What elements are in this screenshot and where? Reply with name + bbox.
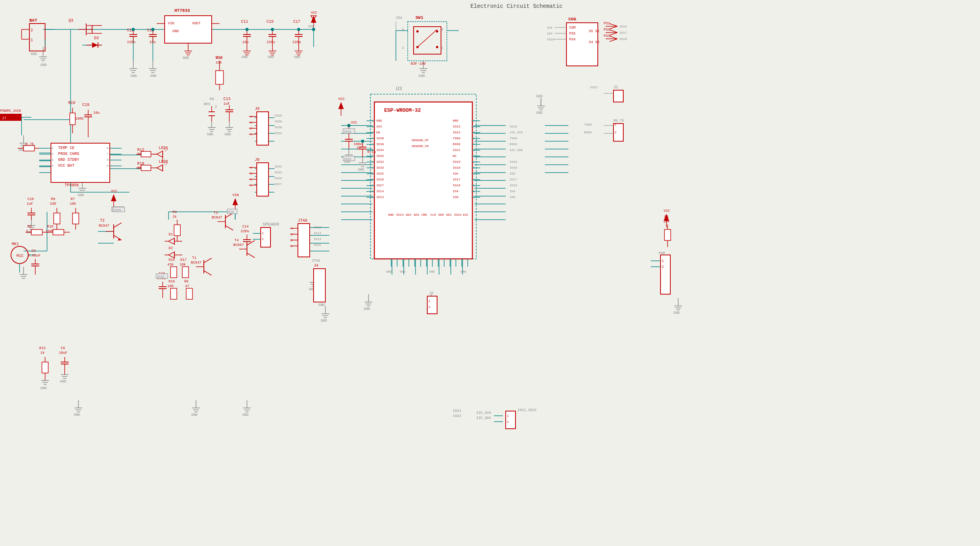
svg-text:4: 4 bbox=[402, 28, 404, 32]
svg-text:R8: R8 bbox=[27, 225, 32, 229]
svg-text:220u: 220u bbox=[292, 40, 301, 44]
svg-text:GND: GND bbox=[242, 413, 249, 417]
svg-text:I2C_SCK: I2C_SCK bbox=[476, 411, 491, 415]
svg-rect-595 bbox=[31, 229, 42, 235]
svg-text:C10: C10 bbox=[27, 197, 34, 201]
svg-text:2: 2 bbox=[250, 178, 252, 181]
svg-text:C13: C13 bbox=[223, 97, 230, 101]
svg-text:100u: 100u bbox=[354, 142, 362, 146]
svg-text:3: 3 bbox=[441, 28, 443, 32]
svg-text:R16: R16 bbox=[169, 280, 175, 284]
svg-text:GND: GND bbox=[388, 213, 394, 217]
svg-text:4: 4 bbox=[250, 115, 252, 118]
svg-text:IO0: IO0 bbox=[453, 195, 459, 199]
svg-text:IO22: IO22 bbox=[590, 86, 597, 89]
svg-text:2: 2 bbox=[262, 237, 264, 241]
svg-text:TXD0: TXD0 bbox=[453, 136, 460, 140]
svg-text:IO27: IO27 bbox=[376, 184, 384, 187]
svg-text:JTAG: JTAG bbox=[298, 218, 307, 223]
svg-rect-660 bbox=[182, 267, 189, 278]
svg-text:43k: 43k bbox=[167, 263, 174, 267]
svg-text:IO15: IO15 bbox=[314, 243, 321, 247]
svg-text:IO26: IO26 bbox=[376, 178, 384, 181]
svg-text:IO2: IO2 bbox=[463, 213, 468, 217]
svg-text:7: 7 bbox=[107, 152, 109, 156]
svg-text:1k: 1k bbox=[172, 215, 177, 219]
svg-text:T4: T4 bbox=[234, 238, 239, 242]
svg-text:R7: R7 bbox=[71, 197, 75, 201]
svg-text:PROG CHRG: PROG CHRG bbox=[58, 152, 79, 156]
svg-text:IO17: IO17 bbox=[619, 31, 627, 35]
svg-text:RX_TX: RX_TX bbox=[613, 119, 624, 123]
svg-text:GND: GND bbox=[241, 55, 248, 59]
svg-text:I2C_SCK: I2C_SCK bbox=[510, 131, 523, 134]
svg-text:GND: GND bbox=[419, 74, 425, 78]
svg-text:S5 S2: S5 S2 bbox=[589, 29, 599, 33]
svg-text:2: 2 bbox=[507, 420, 509, 424]
svg-text:IO5: IO5 bbox=[453, 172, 459, 175]
svg-text:RXD0: RXD0 bbox=[584, 131, 592, 134]
svg-text:3: 3 bbox=[250, 172, 252, 175]
svg-text:IO17: IO17 bbox=[453, 178, 460, 181]
svg-text:GND: GND bbox=[673, 311, 680, 315]
svg-text:VCC BAT: VCC BAT bbox=[58, 164, 74, 168]
svg-text:SD1: SD1 bbox=[446, 213, 452, 217]
svg-text:2: 2 bbox=[662, 265, 664, 269]
svg-text:18k: 18k bbox=[70, 202, 76, 206]
svg-text:2: 2 bbox=[291, 238, 293, 242]
svg-rect-600 bbox=[53, 229, 64, 235]
svg-text:VCC: VCC bbox=[216, 56, 222, 60]
svg-text:IO18: IO18 bbox=[619, 37, 627, 41]
svg-text:GND: GND bbox=[364, 307, 370, 311]
svg-text:MiC: MiC bbox=[16, 254, 24, 258]
svg-text:1uF: 1uF bbox=[223, 102, 230, 106]
svg-rect-534 bbox=[257, 163, 269, 196]
svg-text:2: 2 bbox=[428, 305, 430, 309]
svg-text:SD3: SD3 bbox=[414, 213, 419, 217]
svg-text:4: 4 bbox=[250, 166, 252, 169]
svg-point-777 bbox=[361, 140, 364, 143]
svg-text:2: 2 bbox=[31, 28, 33, 33]
svg-text:SW1: SW1 bbox=[416, 15, 423, 20]
svg-text:D3: D3 bbox=[94, 36, 99, 40]
svg-point-771 bbox=[245, 28, 249, 31]
svg-point-774 bbox=[132, 28, 135, 31]
svg-text:BC857: BC857 bbox=[233, 243, 244, 247]
svg-text:CMD: CMD bbox=[421, 213, 427, 217]
svg-text:IO35: IO35 bbox=[376, 154, 384, 158]
svg-text:S4 S3: S4 S3 bbox=[589, 40, 599, 44]
svg-text:C17: C17 bbox=[293, 20, 300, 24]
svg-text:VCC: VCC bbox=[338, 97, 345, 101]
svg-text:GND: GND bbox=[400, 270, 406, 273]
svg-rect-208 bbox=[165, 16, 212, 43]
svg-text:3: 3 bbox=[250, 121, 252, 124]
svg-text:IO13: IO13 bbox=[396, 213, 403, 217]
svg-text:IO4: IO4 bbox=[453, 189, 459, 193]
svg-text:BAT: BAT bbox=[29, 18, 37, 23]
svg-text:GND: GND bbox=[536, 95, 543, 98]
svg-text:IO34: IO34 bbox=[274, 131, 282, 135]
svg-text:1: 1 bbox=[31, 38, 33, 42]
svg-text:IO21: IO21 bbox=[453, 148, 460, 152]
svg-text:IO0: IO0 bbox=[510, 195, 515, 199]
svg-text:3: 3 bbox=[291, 233, 293, 236]
svg-text:10u: 10u bbox=[149, 40, 156, 44]
svg-text:1: 1 bbox=[441, 46, 443, 50]
svg-text:T2: T2 bbox=[100, 218, 105, 223]
svg-text:VCC: VCC bbox=[311, 11, 318, 15]
svg-text:IO15: IO15 bbox=[454, 213, 461, 217]
svg-rect-520 bbox=[257, 112, 269, 145]
svg-text:VIN: VIN bbox=[228, 210, 234, 214]
svg-text:GND: GND bbox=[183, 56, 189, 60]
svg-text:IO33: IO33 bbox=[376, 166, 384, 169]
svg-text:IO32: IO32 bbox=[376, 160, 384, 164]
svg-rect-748 bbox=[664, 229, 671, 240]
svg-text:GND: GND bbox=[225, 133, 231, 136]
svg-text:1: 1 bbox=[52, 146, 54, 150]
svg-rect-340 bbox=[141, 151, 151, 157]
svg-text:GND: GND bbox=[40, 386, 47, 390]
svg-text:GND: GND bbox=[376, 119, 382, 122]
svg-text:IO23: IO23 bbox=[453, 125, 460, 128]
svg-text:J8: J8 bbox=[255, 107, 260, 111]
svg-text:2: 2 bbox=[52, 152, 54, 156]
